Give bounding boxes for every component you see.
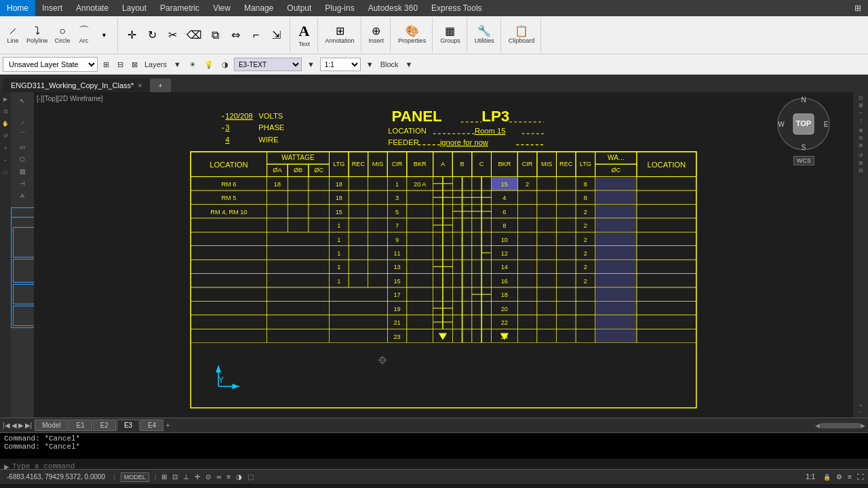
menu-insert[interactable]: Insert [35, 0, 69, 16]
shade-icon[interactable]: ◑ [219, 59, 231, 70]
properties-tool[interactable]: 🎨 Properties [395, 24, 429, 46]
viewport[interactable]: [-][Top][2D Wireframe] N S E W TOP WCS [34, 92, 853, 418]
right-tool-5[interactable]: ⊕ [859, 127, 863, 134]
polar-btn[interactable]: ✛ [195, 473, 200, 481]
layer-name-dropdown[interactable]: E3-TEXT [234, 58, 302, 71]
menu-expresstools[interactable]: Express Tools [425, 0, 488, 16]
trim-tool[interactable]: ✂ [163, 28, 183, 43]
menu-annotate[interactable]: Annotate [69, 0, 115, 16]
menu-parametric[interactable]: Parametric [153, 0, 206, 16]
layer-state-dropdown[interactable]: Unsaved Layer State [3, 57, 98, 72]
right-tool-6[interactable]: ⊖ [859, 135, 863, 141]
settings-btn[interactable]: ≡ [848, 473, 852, 481]
insert-tool[interactable]: ⊕ Insert [366, 24, 388, 46]
new-tab-btn[interactable]: + [150, 79, 170, 92]
lineweight-btn[interactable]: ≡ [227, 473, 231, 481]
menu-view[interactable]: View [206, 0, 237, 16]
scroll-last-btn[interactable]: ▶| [25, 422, 33, 429]
rotate-tool[interactable]: ↻ [142, 28, 163, 43]
snap-btn[interactable]: ⊡ [172, 473, 178, 481]
right-tool-1[interactable]: ⊡ [859, 95, 863, 101]
zoom-in[interactable]: + [0, 143, 11, 154]
stretch-tool[interactable]: ⇲ [267, 28, 287, 43]
tab-close-btn[interactable]: × [138, 82, 142, 89]
zoom-extents[interactable]: ⊡ [0, 106, 11, 117]
poly-tool[interactable]: ⬡ [13, 154, 32, 163]
menu-layout[interactable]: Layout [115, 0, 153, 16]
layer-tool-2[interactable]: ⊟ [115, 59, 126, 70]
menu-output[interactable]: Output [280, 0, 318, 16]
annotation-btn[interactable]: ⊞Annotation [322, 24, 358, 46]
groups-tool[interactable]: ▦ Groups [437, 24, 464, 46]
right-tool-2[interactable]: ⊞ [859, 102, 863, 108]
menu-home[interactable]: Home [0, 0, 35, 16]
layout-tab-e1[interactable]: E1 [68, 420, 92, 431]
model-button[interactable]: MODEL [121, 472, 149, 482]
right-tool-10[interactable]: ⊟ [859, 167, 863, 174]
right-tool-7[interactable]: ⊗ [859, 142, 863, 148]
layers-dropdown-btn[interactable]: ▼ [171, 59, 184, 70]
coordinates-display[interactable]: -6883.4163, 79429.5372, 0.0000 [4, 473, 108, 481]
line-tool[interactable]: ⟋ Line [3, 24, 23, 46]
light-icon[interactable]: 💡 [201, 59, 216, 70]
scroll-first-btn[interactable]: |◀ [3, 422, 10, 429]
annotation-scale-dropdown[interactable]: 1:1 [320, 58, 361, 71]
workspace-btn[interactable]: ⚙ [836, 473, 842, 481]
select-tool[interactable]: ↖ [13, 96, 32, 115]
scroll-next-btn[interactable]: ▶ [18, 422, 24, 429]
utilities-tool[interactable]: 🔧 Utilities [471, 24, 498, 46]
annotation-scale-lock[interactable]: 🔒 [823, 474, 831, 481]
pan-tool[interactable]: ✋ [0, 119, 11, 129]
zoom-out[interactable]: − [0, 155, 11, 166]
orbit-tool[interactable]: ↺ [0, 131, 11, 142]
menu-autodesk360[interactable]: Autodesk 360 [361, 0, 425, 16]
right-tool-3[interactable]: ↔ [858, 110, 863, 116]
ortho-btn[interactable]: ⊥ [183, 473, 189, 481]
layout-tab-e3[interactable]: E3 [117, 420, 140, 431]
right-tool-4[interactable]: ↕ [859, 117, 862, 123]
layer-tool-1[interactable]: ⊞ [100, 59, 112, 70]
clipboard-tool[interactable]: 📋 Clipboard [505, 24, 538, 46]
erase-tool[interactable]: ⌫ [183, 28, 205, 43]
text-tool-left[interactable]: A [13, 190, 32, 200]
circle-tool[interactable]: ○ Circle [52, 24, 74, 46]
command-input[interactable] [12, 462, 216, 470]
window-zoom[interactable]: □ [0, 167, 11, 178]
arc-tool-left[interactable]: ⌒ [13, 129, 32, 139]
mirror-tool[interactable]: ⇔ [226, 28, 246, 43]
scroll-bar-track[interactable] [820, 423, 861, 428]
grid-display-btn[interactable]: ⊞ [161, 473, 167, 481]
scroll-prev-btn[interactable]: ◀ [12, 422, 17, 429]
rect-tool[interactable]: ▭ [13, 142, 32, 151]
scroll-bar-right[interactable]: ▶ [861, 422, 865, 429]
fillet-tool[interactable]: ⌐ [246, 28, 267, 43]
menu-plugins[interactable]: Plug-ins [318, 0, 361, 16]
copy-tool[interactable]: ⧉ [205, 28, 226, 43]
text-tool[interactable]: A Text [294, 20, 315, 49]
file-tab[interactable]: ENGD311_Working_Copy_In_Class* × [3, 79, 150, 92]
layer-name-dropdown-btn[interactable]: ▼ [304, 59, 317, 70]
arc-tool[interactable]: ⌒ Arc [74, 24, 94, 46]
right-tool-9[interactable]: ⊞ [859, 160, 863, 166]
otrack-btn[interactable]: ∞ [216, 473, 221, 481]
fullscreen-btn[interactable]: ⛶ [857, 473, 864, 481]
scale-display[interactable]: 1:1 [803, 473, 818, 481]
line-tool-left[interactable]: ⟋ [13, 117, 32, 127]
selection-btn[interactable]: ⬚ [248, 473, 254, 481]
menu-manage[interactable]: Manage [237, 0, 280, 16]
layout-tab-e2[interactable]: E2 [93, 420, 116, 431]
osnap-btn[interactable]: ⊙ [205, 473, 211, 481]
menu-extra[interactable]: ⊞ [848, 0, 868, 16]
block-dropdown-btn[interactable]: ▼ [403, 59, 416, 70]
annotation-dropdown-btn[interactable]: ▼ [363, 59, 376, 70]
transparency-btn[interactable]: ◑ [236, 473, 242, 481]
hatch-tool[interactable]: ▨ [13, 166, 32, 176]
draw-more-btn[interactable]: ▼ [94, 30, 115, 41]
layout-tab-model[interactable]: Model [35, 420, 68, 431]
right-tool-8[interactable]: ↺ [859, 152, 863, 159]
sun-icon[interactable]: ☀ [186, 59, 199, 70]
right-tool-12[interactable]: − [859, 409, 863, 415]
move-tool[interactable]: ✛ [122, 28, 142, 43]
polyline-tool[interactable]: ⤵ Polyline [23, 24, 52, 46]
viewport-toggle[interactable]: ▶ [0, 94, 11, 105]
